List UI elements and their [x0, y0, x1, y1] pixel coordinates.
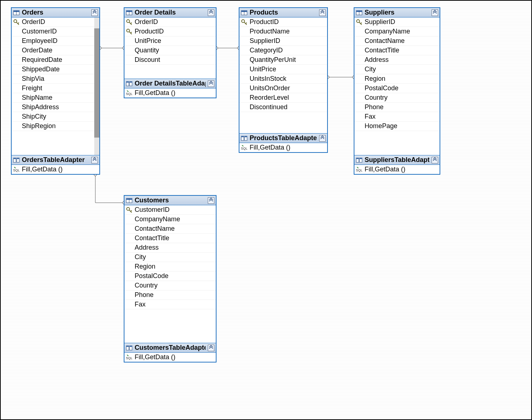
- column-row[interactable]: Region: [354, 74, 440, 84]
- column-row[interactable]: Quantity: [124, 46, 216, 55]
- entity-header[interactable]: Products: [239, 8, 327, 17]
- column-row[interactable]: ContactName: [124, 224, 216, 234]
- column-row[interactable]: CustomerID: [124, 205, 216, 215]
- collapse-up-icon[interactable]: [208, 197, 214, 204]
- column-row[interactable]: UnitsInStock: [239, 74, 327, 84]
- collapse-up-icon[interactable]: [208, 345, 214, 351]
- adapter-header[interactable]: SuppliersTableAdapter: [354, 155, 440, 165]
- column-row[interactable]: Address: [124, 243, 216, 253]
- column-row[interactable]: ShippedDate: [12, 65, 99, 74]
- table-icon: [126, 9, 132, 16]
- column-row[interactable]: PostalCode: [354, 84, 440, 93]
- column-row[interactable]: ShipAddress: [12, 103, 99, 112]
- column-name: Address: [365, 56, 389, 64]
- collapse-up-icon[interactable]: [432, 157, 438, 163]
- collapse-up-icon: [319, 9, 326, 16]
- adapter-header[interactable]: Order DetailsTableAdapter: [124, 79, 216, 88]
- column-row[interactable]: UnitsOnOrder: [239, 84, 327, 93]
- column-row[interactable]: ShipRegion: [12, 122, 99, 131]
- column-row[interactable]: Phone: [124, 290, 216, 300]
- column-name: Quantity: [135, 47, 159, 54]
- column-row[interactable]: ReorderLevel: [239, 93, 327, 103]
- column-name: ShipCity: [22, 113, 46, 120]
- column-row[interactable]: ShipVia: [12, 74, 99, 84]
- column-row[interactable]: OrderDate: [12, 46, 99, 55]
- column-row[interactable]: ShipName: [12, 93, 99, 103]
- column-row[interactable]: UnitPrice: [239, 65, 327, 74]
- adapter-body: Fill,GetData (): [239, 143, 327, 152]
- column-row[interactable]: Country: [124, 281, 216, 290]
- collapse-up-icon[interactable]: [319, 9, 326, 16]
- entity-header[interactable]: Customers: [124, 196, 216, 205]
- column-name: ProductName: [250, 28, 290, 35]
- column-row[interactable]: CategoryID: [239, 46, 327, 55]
- adapter-header[interactable]: OrdersTableAdapter: [12, 155, 99, 165]
- collapse-up-icon[interactable]: [208, 80, 214, 87]
- column-row[interactable]: City: [354, 65, 440, 74]
- column-row[interactable]: Region: [124, 262, 216, 272]
- adapter-header[interactable]: CustomersTableAdapter: [124, 343, 216, 353]
- column-row[interactable]: OrderID: [12, 17, 99, 27]
- column-row[interactable]: ShipCity: [12, 112, 99, 122]
- collapse-up-icon[interactable]: [91, 9, 98, 16]
- column-row[interactable]: CompanyName: [124, 215, 216, 224]
- column-row[interactable]: OrderID: [124, 17, 216, 27]
- scrollbar-thumb[interactable]: [94, 28, 99, 138]
- entity-customers[interactable]: Customers CustomerID CompanyName Contact…: [124, 195, 217, 362]
- column-row[interactable]: Discount: [124, 55, 216, 65]
- column-row[interactable]: HomePage: [354, 122, 440, 131]
- column-row[interactable]: Country: [354, 93, 440, 103]
- adapter-body: Fill,GetData (): [124, 353, 216, 362]
- column-row[interactable]: UnitPrice: [124, 36, 216, 46]
- entity-order-details[interactable]: Order Details OrderID ProductID UnitPric…: [124, 7, 217, 98]
- column-row[interactable]: Fax: [354, 112, 440, 122]
- entity-header[interactable]: Orders: [12, 8, 99, 17]
- column-row[interactable]: SupplierID: [239, 36, 327, 46]
- column-row[interactable]: RequiredDate: [12, 55, 99, 65]
- entity-orders[interactable]: Orders OrderID CustomerID EmployeeID Ord…: [11, 7, 100, 175]
- column-list: SupplierID CompanyName ContactName Conta…: [354, 17, 440, 155]
- column-row[interactable]: EmployeeID: [12, 36, 99, 46]
- column-row[interactable]: CustomerID: [12, 27, 99, 36]
- column-row[interactable]: ProductID: [124, 27, 216, 36]
- column-row[interactable]: SupplierID: [354, 17, 440, 27]
- column-row[interactable]: ContactTitle: [124, 234, 216, 243]
- dataset-designer-canvas[interactable]: Orders OrderID CustomerID EmployeeID Ord…: [0, 0, 532, 420]
- sql-icon: [126, 90, 132, 96]
- collapse-up-icon[interactable]: [91, 157, 98, 163]
- entity-header[interactable]: Order Details: [124, 8, 216, 17]
- entity-products[interactable]: Products ProductID ProductName SupplierI…: [239, 7, 328, 153]
- column-row[interactable]: CompanyName: [354, 27, 440, 36]
- column-row[interactable]: QuantityPerUnit: [239, 55, 327, 65]
- column-row[interactable]: ContactTitle: [354, 46, 440, 55]
- column-name: ShipVia: [22, 75, 44, 83]
- adapter-title: SuppliersTableAdapter: [365, 156, 429, 164]
- column-row[interactable]: Fax: [124, 300, 216, 309]
- column-row[interactable]: City: [124, 253, 216, 262]
- relation-line[interactable]: [95, 175, 124, 203]
- column-row[interactable]: ContactName: [354, 36, 440, 46]
- entity-suppliers[interactable]: Suppliers SupplierID CompanyName Contact…: [354, 7, 440, 175]
- adapter-method: Fill,GetData (): [135, 89, 175, 97]
- column-row[interactable]: Freight: [12, 84, 99, 93]
- column-row[interactable]: Address: [354, 55, 440, 65]
- column-name: Region: [365, 75, 385, 83]
- adapter-body: Fill,GetData (): [354, 165, 440, 174]
- collapse-up-icon: [208, 345, 214, 351]
- column-name: OrderID: [22, 18, 45, 26]
- column-row[interactable]: Discontinued: [239, 103, 327, 112]
- column-name: City: [365, 66, 376, 73]
- column-row[interactable]: Phone: [354, 103, 440, 112]
- column-row[interactable]: ProductName: [239, 27, 327, 36]
- adapter-header[interactable]: ProductsTableAdapter: [239, 133, 327, 143]
- column-row[interactable]: PostalCode: [124, 272, 216, 281]
- adapter-icon: [241, 135, 247, 142]
- collapse-up-icon: [208, 9, 214, 16]
- collapse-up-icon: [432, 9, 438, 16]
- collapse-up-icon[interactable]: [208, 9, 214, 16]
- collapse-up-icon[interactable]: [319, 135, 326, 142]
- collapse-up-icon[interactable]: [432, 9, 438, 16]
- column-row[interactable]: ProductID: [239, 17, 327, 27]
- column-name: Fax: [365, 113, 376, 120]
- entity-header[interactable]: Suppliers: [354, 8, 440, 17]
